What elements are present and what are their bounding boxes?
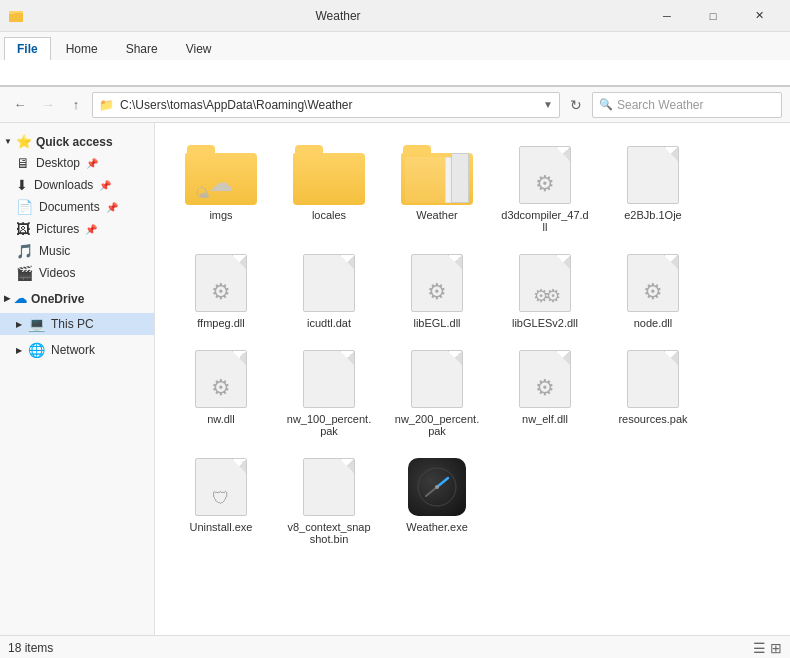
- file-item-ffmpeg[interactable]: ⚙ ffmpeg.dll: [171, 247, 271, 335]
- sidebar-item-music-label: Music: [39, 244, 70, 258]
- file-item-locales[interactable]: locales: [279, 139, 379, 239]
- file-item-v8context[interactable]: v8_context_snapshot.bin: [279, 451, 379, 551]
- gear-icon-node: ⚙: [643, 279, 663, 305]
- file-item-nwelf[interactable]: ⚙ nw_elf.dll: [495, 343, 595, 443]
- file-label-nw200: nw_200_percent.pak: [393, 413, 481, 437]
- file-item-weather-folder[interactable]: Weather: [387, 139, 487, 239]
- file-item-node[interactable]: ⚙ node.dll: [603, 247, 703, 335]
- ribbon-content: [0, 60, 790, 86]
- svg-point-6: [435, 485, 439, 489]
- file-icon-libgles: ⚙⚙: [509, 253, 581, 313]
- documents-icon: 📄: [16, 199, 33, 215]
- file-label-e2bjb: e2BJb.1Oje: [624, 209, 681, 221]
- file-icon-e2bjb: [617, 145, 689, 205]
- search-input[interactable]: [617, 98, 775, 112]
- close-button[interactable]: ✕: [736, 0, 782, 32]
- folder-icon-weather: [401, 145, 473, 205]
- minimize-button[interactable]: ─: [644, 0, 690, 32]
- file-icon-nw200: [401, 349, 473, 409]
- file-icon-icudtl: [293, 253, 365, 313]
- file-item-imgs[interactable]: ☁ 🌤 imgs: [171, 139, 271, 239]
- videos-icon: 🎬: [16, 265, 33, 281]
- file-item-weather-exe[interactable]: Weather.exe: [387, 451, 487, 551]
- file-label-nwelf: nw_elf.dll: [522, 413, 568, 425]
- sidebar-item-desktop[interactable]: 🖥 Desktop 📌: [0, 152, 154, 174]
- sidebar-item-thispc[interactable]: ▶ 💻 This PC: [0, 313, 154, 335]
- search-box[interactable]: 🔍: [592, 92, 782, 118]
- file-item-nw[interactable]: ⚙ nw.dll: [171, 343, 271, 443]
- forward-button[interactable]: →: [36, 93, 60, 117]
- gear-icon-ffmpeg: ⚙: [211, 279, 231, 305]
- file-label-resources: resources.pak: [618, 413, 687, 425]
- file-label-weather-folder: Weather: [416, 209, 457, 221]
- file-item-nw200[interactable]: nw_200_percent.pak: [387, 343, 487, 443]
- desktop-pin-icon: 📌: [86, 158, 98, 169]
- file-icon-ffmpeg: ⚙: [185, 253, 257, 313]
- music-icon: 🎵: [16, 243, 33, 259]
- file-item-d3dcompiler[interactable]: ⚙ d3dcompiler_47.dll: [495, 139, 595, 239]
- expand-icon: ▼: [4, 137, 12, 146]
- main-layout: ▼ ⭐ Quick access 🖥 Desktop 📌 ⬇ Downloads…: [0, 123, 790, 635]
- sidebar-item-documents[interactable]: 📄 Documents 📌: [0, 196, 154, 218]
- svg-line-4: [437, 478, 448, 487]
- file-icon-resources: [617, 349, 689, 409]
- file-label-nw100: nw_100_percent.pak: [285, 413, 373, 437]
- list-view-button[interactable]: ☰: [753, 640, 766, 656]
- file-item-uninstall[interactable]: 🛡 Uninstall.exe: [171, 451, 271, 551]
- sidebar-section-quickaccess[interactable]: ▼ ⭐ Quick access: [0, 131, 154, 152]
- tab-home[interactable]: Home: [53, 37, 111, 60]
- up-button[interactable]: ↑: [64, 93, 88, 117]
- file-icon-libegl: ⚙: [401, 253, 473, 313]
- title-bar-icon: [8, 8, 24, 24]
- file-item-icudtl[interactable]: icudtl.dat: [279, 247, 379, 335]
- file-area: ☁ 🌤 imgs locales Weather: [155, 123, 790, 635]
- sidebar-item-thispc-label: This PC: [51, 317, 94, 331]
- sidebar-group-network: ▶ 🌐 Network: [0, 339, 154, 361]
- file-item-libegl[interactable]: ⚙ libEGL.dll: [387, 247, 487, 335]
- shield-icon: 🛡: [212, 488, 230, 509]
- file-icon-uninstall: 🛡: [185, 457, 257, 517]
- ribbon-tabs: File Home Share View: [0, 32, 790, 60]
- file-label-imgs: imgs: [209, 209, 232, 221]
- tab-view[interactable]: View: [173, 37, 225, 60]
- sidebar-item-music[interactable]: 🎵 Music: [0, 240, 154, 262]
- file-icon-nw: ⚙: [185, 349, 257, 409]
- desktop-icon: 🖥: [16, 155, 30, 171]
- address-dropdown-icon[interactable]: ▼: [543, 99, 553, 110]
- sidebar-item-network[interactable]: ▶ 🌐 Network: [0, 339, 154, 361]
- folder-icon-locales: [293, 145, 365, 205]
- refresh-button[interactable]: ↻: [564, 93, 588, 117]
- file-label-v8context: v8_context_snapshot.bin: [285, 521, 373, 545]
- sidebar-section-onedrive[interactable]: ▶ ☁ OneDrive: [0, 288, 154, 309]
- gear-icon-nwelf: ⚙: [535, 375, 555, 401]
- file-item-nw100[interactable]: nw_100_percent.pak: [279, 343, 379, 443]
- back-button[interactable]: ←: [8, 93, 32, 117]
- gear-icon-d3d: ⚙: [535, 171, 555, 197]
- title-bar-system-icons: [8, 8, 24, 24]
- view-controls: ☰ ⊞: [753, 640, 782, 656]
- expand-icon: ▶: [4, 294, 10, 303]
- pictures-icon: 🖼: [16, 221, 30, 237]
- tab-share[interactable]: Share: [113, 37, 171, 60]
- grid-view-button[interactable]: ⊞: [770, 640, 782, 656]
- file-label-libgles: libGLESv2.dll: [512, 317, 578, 329]
- file-item-e2bjb[interactable]: e2BJb.1Oje: [603, 139, 703, 239]
- address-box[interactable]: 📁 C:\Users\tomas\AppData\Roaming\Weather…: [92, 92, 560, 118]
- pictures-pin-icon: 📌: [85, 224, 97, 235]
- compass-svg: [416, 466, 458, 508]
- sidebar-item-videos[interactable]: 🎬 Videos: [0, 262, 154, 284]
- file-item-libgles[interactable]: ⚙⚙ libGLESv2.dll: [495, 247, 595, 335]
- sidebar-item-pictures[interactable]: 🖼 Pictures 📌: [0, 218, 154, 240]
- sidebar-group-quickaccess: ▼ ⭐ Quick access 🖥 Desktop 📌 ⬇ Downloads…: [0, 131, 154, 284]
- sidebar-item-desktop-label: Desktop: [36, 156, 80, 170]
- gear-icon-libgles: ⚙⚙: [533, 285, 557, 307]
- maximize-button[interactable]: □: [690, 0, 736, 32]
- file-icon-d3dcompiler: ⚙: [509, 145, 581, 205]
- sidebar: ▼ ⭐ Quick access 🖥 Desktop 📌 ⬇ Downloads…: [0, 123, 155, 635]
- title-bar: Weather ─ □ ✕: [0, 0, 790, 32]
- tab-file[interactable]: File: [4, 37, 51, 60]
- folder-icon-imgs: ☁ 🌤: [185, 145, 257, 205]
- sidebar-item-downloads[interactable]: ⬇ Downloads 📌: [0, 174, 154, 196]
- file-label-node: node.dll: [634, 317, 673, 329]
- file-item-resources[interactable]: resources.pak: [603, 343, 703, 443]
